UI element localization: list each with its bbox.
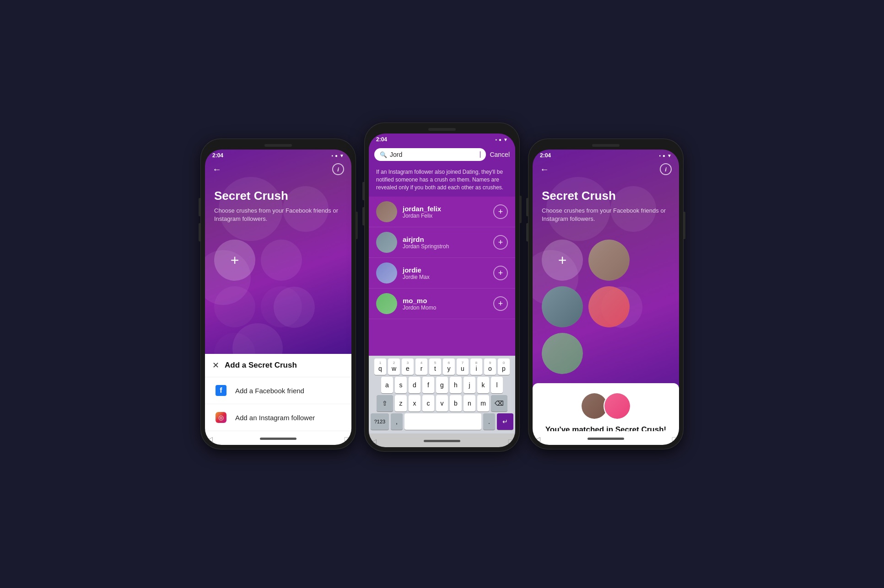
nav-square-2[interactable]: □	[505, 436, 515, 446]
status-bar-1: 2:04 ▪ ● ▼	[205, 150, 351, 160]
result-name-2: Jordie Max	[403, 274, 488, 280]
back-button-1[interactable]: ←	[212, 164, 221, 175]
key-c[interactable]: c	[422, 395, 434, 412]
key-j[interactable]: j	[464, 377, 475, 393]
status-icons-1: ▪ ● ▼	[332, 153, 345, 158]
info-button-3[interactable]: i	[660, 163, 672, 175]
key-i[interactable]: 8i	[470, 358, 482, 375]
key-a[interactable]: a	[381, 377, 393, 393]
add-result-1[interactable]: +	[493, 235, 508, 250]
key-e[interactable]: 3e	[402, 358, 414, 375]
key-sym[interactable]: ?123	[371, 413, 389, 430]
sim-icon: ▪	[332, 153, 334, 158]
key-x[interactable]: x	[409, 395, 420, 412]
key-y[interactable]: 6y	[443, 358, 455, 375]
close-sheet-button[interactable]: ✕	[212, 360, 219, 370]
phone-speaker-2	[428, 128, 456, 131]
key-b[interactable]: b	[450, 395, 462, 412]
key-w[interactable]: 2w	[388, 358, 400, 375]
result-username-3: mo_mo	[403, 297, 488, 305]
keyboard: 1q 2w 3e 4r 5t 6y 7u 8i 9o 0p a s	[369, 356, 515, 433]
nav-home-1[interactable]	[260, 438, 296, 440]
wifi-icon-3: ●	[663, 153, 665, 158]
search-input-box[interactable]: 🔍 Jord	[374, 148, 486, 161]
bottom-sheet-1: ✕ Add a Secret Crush f Add a Facebook fr…	[205, 354, 351, 431]
wifi-icon-2: ●	[499, 137, 501, 142]
key-v[interactable]: v	[436, 395, 448, 412]
info-button-1[interactable]: i	[332, 163, 344, 175]
keyboard-row-3: ?123 , . ↵	[371, 413, 513, 430]
cursor	[480, 151, 481, 158]
key-z[interactable]: z	[395, 395, 407, 412]
wifi-icon: ●	[335, 153, 338, 158]
key-backspace[interactable]: ⌫	[491, 395, 507, 412]
add-crush-circle-3[interactable]: +	[542, 240, 583, 281]
result-avatar-3	[376, 293, 397, 314]
key-d[interactable]: d	[409, 377, 420, 393]
key-period[interactable]: .	[483, 413, 495, 430]
avatar-person-4	[376, 293, 397, 314]
add-instagram-label: Add an Instagram follower	[235, 414, 315, 422]
page-title-1: Secret Crush	[214, 189, 342, 203]
key-p[interactable]: 0p	[498, 358, 510, 375]
add-facebook-option[interactable]: f Add a Facebook friend	[205, 377, 351, 404]
result-info-1: airjrdn Jordan Springstroh	[403, 235, 488, 250]
back-button-3[interactable]: ←	[540, 164, 549, 175]
nav-back-3[interactable]: ◁	[533, 434, 543, 444]
result-info-2: jordie Jordie Max	[403, 266, 488, 280]
sim-icon-3: ▪	[659, 153, 661, 158]
facebook-icon: f	[214, 384, 228, 397]
result-item-1: airjrdn Jordan Springstroh +	[369, 227, 515, 258]
add-instagram-option[interactable]: ◎ Add an Instagram follower	[205, 404, 351, 431]
status-bar-2: 2:04 ▪ ● ▼	[369, 134, 515, 144]
empty-crush-circle-3	[261, 286, 302, 327]
key-m[interactable]: m	[477, 395, 489, 412]
key-comma[interactable]: ,	[391, 413, 403, 430]
key-t[interactable]: 5t	[429, 358, 441, 375]
search-bar-wrap: 🔍 Jord Cancel	[369, 144, 515, 165]
battery-icon: ▼	[340, 153, 344, 158]
add-facebook-label: Add a Facebook friend	[235, 387, 304, 395]
add-result-0[interactable]: +	[493, 204, 508, 219]
nav-square-1[interactable]: □	[341, 434, 351, 444]
keyboard-row-1: a s d f g h j k l	[371, 377, 513, 393]
nav-square-3[interactable]: □	[669, 434, 679, 444]
key-q[interactable]: 1q	[374, 358, 386, 375]
nav-home-2[interactable]	[424, 440, 460, 442]
key-shift[interactable]: ⇧	[377, 395, 393, 412]
status-icons-2: ▪ ● ▼	[496, 137, 508, 142]
add-result-2[interactable]: +	[493, 266, 508, 280]
nav-back-2[interactable]: ◁	[369, 436, 379, 446]
key-g[interactable]: g	[436, 377, 448, 393]
nav-home-3[interactable]	[588, 438, 624, 440]
cancel-button[interactable]: Cancel	[490, 151, 510, 158]
match-avatar-2	[604, 392, 631, 420]
match-title: You've matched in Secret Crush!	[542, 425, 670, 431]
key-n[interactable]: n	[464, 395, 475, 412]
time-3: 2:04	[540, 152, 551, 159]
add-crush-circle[interactable]: +	[214, 240, 255, 281]
key-space[interactable]	[404, 413, 481, 430]
key-l[interactable]: l	[491, 377, 503, 393]
key-k[interactable]: k	[477, 377, 489, 393]
result-avatar-0	[376, 201, 397, 222]
key-s[interactable]: s	[395, 377, 407, 393]
add-result-3[interactable]: +	[493, 296, 508, 311]
key-enter[interactable]: ↵	[497, 413, 513, 430]
key-u[interactable]: 7u	[457, 358, 469, 375]
phone-2-screen: 2:04 ▪ ● ▼ 🔍 Jord Cancel	[369, 134, 515, 447]
phone-3: 2:04 ▪ ● ▼ ← i Secret Crush Choose crush…	[528, 139, 684, 449]
key-f[interactable]: f	[422, 377, 434, 393]
battery-icon-3: ▼	[667, 153, 672, 158]
key-r[interactable]: 4r	[415, 358, 427, 375]
keyboard-row-0: 1q 2w 3e 4r 5t 6y 7u 8i 9o 0p	[371, 358, 513, 375]
sim-icon-2: ▪	[496, 137, 497, 142]
key-h[interactable]: h	[450, 377, 462, 393]
result-info-0: jordan_felix Jordan Felix	[403, 205, 488, 219]
nav-back-1[interactable]: ◁	[205, 434, 215, 444]
key-o[interactable]: 9o	[484, 358, 496, 375]
crush-person-4	[542, 333, 583, 374]
empty-crush-circle-1	[261, 240, 302, 281]
result-item-2: jordie Jordie Max +	[369, 258, 515, 289]
time-1: 2:04	[212, 152, 223, 159]
